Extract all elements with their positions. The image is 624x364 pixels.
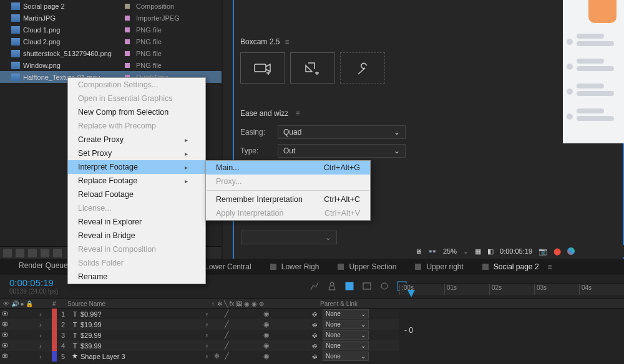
layer-color[interactable] xyxy=(52,319,57,330)
menu-item[interactable]: Set Proxy▸ xyxy=(68,146,205,160)
layer-row[interactable]: › 4 T $39.99 ♀╱ ◉ ౷ None⌄ xyxy=(0,340,399,351)
menu-item[interactable]: Reveal in Bridge xyxy=(68,229,205,242)
visibility-toggle[interactable] xyxy=(0,310,9,318)
layer-name[interactable]: $19.99 xyxy=(80,321,202,328)
solo-column-icon[interactable]: ● xyxy=(21,300,24,307)
chevron-right-icon[interactable]: › xyxy=(39,321,42,328)
layer-color[interactable] xyxy=(52,340,57,351)
shy-icon[interactable] xyxy=(344,281,354,291)
project-item[interactable]: shutterstock_513279460.png PNG file xyxy=(0,47,222,59)
menu-item[interactable]: Reveal in Explorer xyxy=(68,215,205,229)
layer-switches[interactable]: ♀✻╱ ◉ xyxy=(202,352,311,360)
grid-icon[interactable]: ▦ xyxy=(475,247,481,256)
layer-row[interactable]: › 5 ★ Shape Layer 3 ♀✻╱ ◉ ౷ None⌄ xyxy=(0,351,399,362)
chevron-right-icon[interactable]: › xyxy=(39,310,42,318)
vr-icon[interactable]: 👓 xyxy=(428,247,437,256)
eyedropper-select[interactable]: ⌄ xyxy=(241,231,337,244)
chevron-right-icon[interactable]: › xyxy=(39,353,42,360)
parent-select[interactable]: None⌄ xyxy=(323,309,369,318)
menu-item[interactable]: Reload Footage xyxy=(68,188,205,201)
visibility-toggle[interactable] xyxy=(0,342,9,350)
layer-name[interactable]: Shape Layer 3 xyxy=(80,353,202,360)
boxcam-camera-tool[interactable] xyxy=(240,52,285,84)
parent-select[interactable]: None⌄ xyxy=(323,330,369,340)
layer-switches[interactable]: ♀╱ ◉ xyxy=(202,310,311,318)
snapshot-icon[interactable]: 📷 xyxy=(539,247,547,256)
parent-select[interactable]: None⌄ xyxy=(323,320,369,329)
menu-item[interactable]: Replace Footage▸ xyxy=(68,174,205,188)
hamburger-icon[interactable]: ≡ xyxy=(296,109,300,118)
chevron-right-icon[interactable]: › xyxy=(39,342,42,350)
comp-swatch-icon xyxy=(270,264,276,270)
project-item[interactable]: Cloud 1.png PNG file xyxy=(0,24,222,36)
timeline-tab[interactable]: Upper right xyxy=(415,262,463,271)
type-select[interactable]: Out⌄ xyxy=(278,144,406,158)
parent-select[interactable]: None⌄ xyxy=(323,341,369,350)
layer-switches[interactable]: ♀╱ ◉ xyxy=(202,342,311,350)
layer-color[interactable] xyxy=(52,330,57,340)
source-name-header[interactable]: Source Name xyxy=(67,300,211,307)
lock-column-icon[interactable]: 🔒 xyxy=(26,300,33,307)
layer-name[interactable]: $39.99 xyxy=(80,342,202,350)
visibility-toggle[interactable] xyxy=(0,331,9,340)
menu-item[interactable]: Create Proxy▸ xyxy=(68,133,205,146)
submenu-item[interactable]: Main...Ctrl+Alt+G xyxy=(206,161,370,175)
speaker-column-icon[interactable]: 🔊 xyxy=(11,300,19,307)
layer-color[interactable] xyxy=(52,351,57,362)
timeline-tab[interactable]: Social page 2≡ xyxy=(482,262,552,271)
render-queue-tab[interactable]: Render Queue xyxy=(19,261,68,270)
layer-switches[interactable]: ♀╱ ◉ xyxy=(202,320,311,328)
visibility-toggle[interactable] xyxy=(0,320,9,329)
project-item[interactable]: Window.png PNG file xyxy=(0,59,222,71)
chevron-right-icon[interactable]: › xyxy=(39,332,42,339)
menu-item[interactable]: New Comp from Selection xyxy=(68,105,205,119)
menu-item[interactable]: Interpret Footage▸ xyxy=(68,160,205,174)
layer-name[interactable]: $29.99 xyxy=(80,332,202,339)
project-item[interactable]: Cloud 2.png PNG file xyxy=(0,36,222,47)
snap-icon[interactable] xyxy=(327,281,337,291)
submenu-item[interactable]: Remember InterpretationCtrl+Alt+C xyxy=(206,193,370,206)
motion-blur-icon[interactable] xyxy=(379,281,389,291)
boxcam-wrench-tool[interactable] xyxy=(340,52,385,84)
pickwhip-icon[interactable]: ౷ xyxy=(311,342,320,350)
folder-icon[interactable] xyxy=(41,249,49,257)
menu-item[interactable]: Rename xyxy=(68,270,205,284)
frame-info: 00139 (24.00 fps) xyxy=(9,288,58,295)
project-item[interactable]: Social page 2 Composition xyxy=(0,0,222,12)
list-icon[interactable] xyxy=(28,249,37,257)
parent-select[interactable]: None⌄ xyxy=(323,352,369,361)
comp-icon[interactable] xyxy=(53,249,62,257)
layer-row[interactable]: › 1 T $0.99? ♀╱ ◉ ౷ None⌄ xyxy=(0,309,399,319)
hamburger-icon[interactable]: ≡ xyxy=(548,262,552,271)
thumb-icon[interactable] xyxy=(16,249,24,257)
mask-icon[interactable]: ◧ xyxy=(487,247,494,256)
zoom-level[interactable]: 25% xyxy=(443,247,457,255)
layer-row[interactable]: › 3 T $29.99 ♀╱ ◉ ౷ None⌄ xyxy=(0,330,399,340)
color-icon[interactable] xyxy=(567,247,575,255)
8bpc-icon[interactable] xyxy=(3,249,12,257)
timeline-tab[interactable]: Lower Righ xyxy=(270,262,319,271)
pickwhip-icon[interactable]: ౷ xyxy=(311,321,320,328)
easing-select[interactable]: Quad⌄ xyxy=(278,125,406,139)
layer-name[interactable]: $0.99? xyxy=(80,310,202,318)
layer-switches[interactable]: ♀╱ ◉ xyxy=(202,331,311,339)
layer-color[interactable] xyxy=(52,309,57,319)
boxcam-shape-tool[interactable] xyxy=(290,52,335,84)
layer-row[interactable]: › 2 T $19.99 ♀╱ ◉ ౷ None⌄ xyxy=(0,319,399,330)
monitor-icon[interactable]: 🖥 xyxy=(415,247,422,255)
project-item[interactable]: MartinJPG ImporterJPEG xyxy=(0,12,222,24)
eye-column-icon[interactable]: 👁 xyxy=(3,300,9,307)
pickwhip-icon[interactable]: ౷ xyxy=(311,332,320,339)
visibility-toggle[interactable] xyxy=(0,352,9,361)
pickwhip-icon[interactable]: ౷ xyxy=(311,310,320,318)
pickwhip-icon[interactable]: ౷ xyxy=(311,353,320,360)
frame-blend-icon[interactable] xyxy=(362,281,372,291)
search-icon[interactable] xyxy=(310,281,319,291)
timeline-tab[interactable]: Upper Section xyxy=(338,262,396,271)
preview-timecode[interactable]: 0:00:05:19 xyxy=(500,247,532,255)
time-ruler[interactable]: :00s01s02s03s04s xyxy=(399,284,624,295)
current-timecode[interactable]: 0:00:05:19 xyxy=(9,277,58,288)
channel-icon[interactable]: ⬤ xyxy=(553,247,561,256)
boxcam-panel: Boxcam 2.5 ≡ xyxy=(240,37,406,84)
hamburger-icon[interactable]: ≡ xyxy=(285,37,289,46)
